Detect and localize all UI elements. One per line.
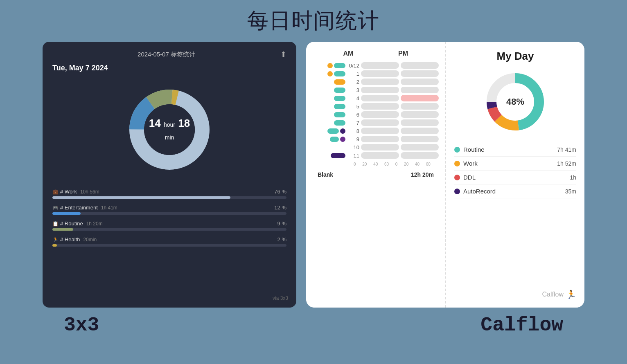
timeline-row: 8 [313, 128, 439, 134]
via-label: via 3x3 [273, 295, 288, 301]
left-card-title: 2024-05-07 标签统计 [52, 51, 280, 58]
stat-row: 🎮 # Entertainment 1h 41m 12 % [52, 204, 286, 215]
donut-hours: 14 [149, 117, 161, 129]
stat-row: 💼 # Work 10h 56m 76 % [52, 189, 286, 199]
timeline-row: 11 [313, 152, 439, 159]
am-label: AM [332, 50, 365, 57]
timeline-row: 3 [313, 87, 439, 93]
legend-item: AutoRecord 35m [454, 184, 576, 198]
legend-item: Routine 7h 41m [454, 143, 576, 157]
blank-label: Blank [318, 171, 333, 178]
donut-unit1: hour [164, 121, 175, 128]
donut-mins: 18 [178, 117, 190, 129]
calflow-icon: 🏃 [566, 290, 576, 299]
timeline-row: 6 [313, 111, 439, 118]
legend-list: Routine 7h 41m Work 1h 52m DDL 1h AutoRe… [454, 143, 576, 286]
legend-item: DDL 1h [454, 171, 576, 184]
stat-row: 🏃 # Health 20min 2 % [52, 236, 286, 247]
timeline-row: 0/12 [313, 62, 439, 69]
timeline-row: 9 [313, 136, 439, 142]
myday-percentage: 48% [506, 97, 524, 107]
myday-title: My Day [454, 50, 576, 63]
donut-unit2: min [165, 134, 174, 141]
legend-item: Work 1h 52m [454, 157, 576, 171]
right-card: AM PM 0/12 1 2 3 4 5 6 [306, 42, 584, 308]
myday-section: My Day 48% [445, 42, 584, 308]
timeline-row: 4 [313, 95, 439, 101]
app-label-left: 3x3 [64, 314, 99, 336]
share-icon[interactable]: ⬆ [280, 50, 286, 59]
page-title: 每日时间统计 [247, 7, 380, 35]
date-label: Tue, May 7 2024 [52, 64, 286, 72]
app-label-right: Calflow [480, 314, 563, 336]
timeline-row: 7 [313, 119, 439, 126]
pm-label: PM [387, 50, 420, 57]
timeline-section: AM PM 0/12 1 2 3 4 5 6 [306, 42, 445, 308]
timeline-row: 2 [313, 79, 439, 85]
stat-row: 📋 # Routine 1h 20m 9 % [52, 220, 286, 231]
timeline-row: 10 [313, 144, 439, 151]
timeline-row: 5 [313, 103, 439, 110]
left-card: 2024-05-07 标签统计 ⬆ Tue, May 7 2024 [43, 42, 296, 308]
calflow-logo-text: Calflow [542, 291, 564, 298]
timeline-row: 1 [313, 70, 439, 77]
blank-time: 12h 20m [411, 171, 434, 178]
stats-list: 💼 # Work 10h 56m 76 % 🎮 # Entertainment … [52, 189, 286, 247]
